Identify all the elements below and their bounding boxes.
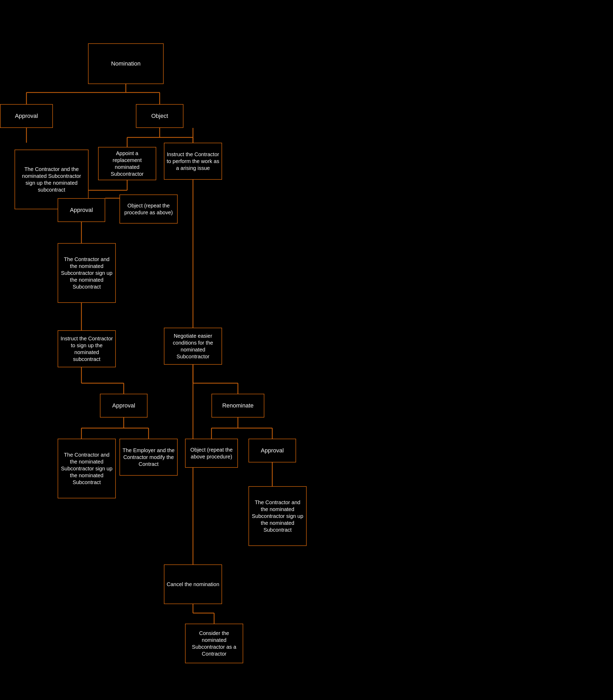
consider-node: Consider the nominated Subcontractor as … [185,624,243,663]
object-repeat-1-node: Object (repeat the procedure as above) [119,195,178,224]
instruct-2-node: Instruct the Contractor to sign up the n… [57,330,116,367]
sign-4-node: The Contractor and the nominated Subcont… [248,486,306,546]
cancel-node: Cancel the nomination [164,565,222,604]
negotiate-node: Negotiate easier conditions for the nomi… [164,328,222,365]
appoint-node: Appoint a replacement nominated Subcontr… [98,147,156,180]
sign-3-node: The Contractor and the nominated Subcont… [57,439,116,498]
object-repeat-2-node: Object (repeat the above procedure) [185,439,238,468]
nomination-node: Nomination [88,43,164,84]
instruct-1-node: Instruct the Contractor to perform the w… [164,143,222,180]
sign-2-node: The Contractor and the nominated Subcont… [57,243,116,303]
employer-modify-node: The Employer and the Contractor modify t… [119,439,178,476]
renominate-node: Renominate [211,394,264,418]
approval-4-node: Approval [248,439,296,462]
approval-2-node: Approval [57,198,105,222]
object-1-node: Object [136,104,183,128]
approval-3-node: Approval [100,394,147,418]
approval-1-node: Approval [0,104,53,128]
